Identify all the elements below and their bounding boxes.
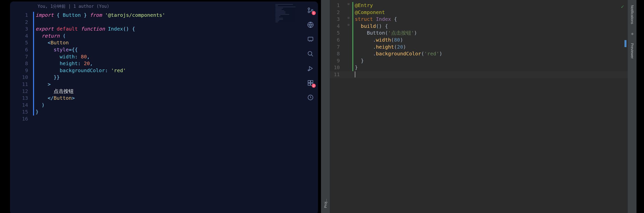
previewer-tab[interactable]: Previewer — [630, 43, 634, 59]
code-line[interactable]: 6 style={{ — [10, 46, 318, 53]
code-line[interactable]: 10 }} — [10, 74, 318, 81]
git-change-indicator — [352, 23, 353, 30]
code-line[interactable]: 5 Button('点击按钮') — [330, 30, 628, 37]
code-line[interactable]: 8 height: 20, — [10, 60, 318, 67]
code-line[interactable]: 15} — [10, 109, 318, 116]
code-line[interactable]: 3export default function Index() { — [10, 26, 318, 33]
debug-icon[interactable] — [307, 65, 314, 72]
extensions-badge: 2 — [312, 84, 316, 88]
notifications-tab[interactable]: Notifications — [630, 5, 634, 24]
line-content[interactable]: width: 80, — [36, 53, 318, 60]
svg-rect-8 — [308, 80, 310, 83]
line-content[interactable]: </Button> — [36, 95, 318, 102]
line-number: 7 — [330, 44, 345, 51]
line-content[interactable]: @Component — [355, 9, 628, 16]
minimap[interactable] — [275, 4, 300, 49]
scrollbar-marker[interactable] — [624, 40, 626, 47]
git-change-indicator — [33, 81, 34, 88]
line-content[interactable]: 点击按钮 — [36, 88, 318, 95]
git-change-indicator — [352, 71, 353, 78]
timeline-icon[interactable] — [307, 94, 314, 101]
code-line[interactable]: 12 点击按钮 — [10, 88, 318, 95]
code-line[interactable]: 14 ) — [10, 102, 318, 109]
git-change-indicator — [352, 37, 353, 44]
line-content[interactable]: struct Index { — [355, 16, 628, 23]
line-number: 9 — [10, 67, 33, 74]
code-line[interactable]: 13 </Button> — [10, 95, 318, 102]
code-line[interactable]: 16 — [10, 116, 318, 123]
activity-bar: 1 2 — [303, 4, 318, 101]
line-content[interactable]: } — [36, 109, 318, 116]
code-line[interactable]: 7 .height(20) — [330, 44, 628, 51]
git-change-indicator — [33, 26, 34, 33]
line-content[interactable]: build() { — [355, 23, 628, 30]
line-number: 7 — [10, 53, 33, 60]
code-line[interactable]: 2@Component — [330, 9, 628, 16]
line-content[interactable]: @Entry — [355, 2, 628, 9]
git-change-indicator — [352, 64, 353, 71]
svg-point-7 — [308, 70, 309, 71]
source-control-icon[interactable]: 1 — [307, 7, 314, 14]
code-line[interactable]: 11 > — [10, 81, 318, 88]
line-content[interactable]: .height(20) — [355, 44, 628, 51]
code-line[interactable]: 8 .backgroundColor('red') — [330, 50, 628, 57]
remote-explorer-icon[interactable] — [307, 21, 314, 29]
code-line[interactable]: 10} — [330, 64, 628, 71]
line-content[interactable] — [355, 71, 628, 78]
git-change-indicator — [33, 109, 34, 116]
line-content[interactable]: .backgroundColor('red') — [355, 50, 628, 57]
svg-rect-9 — [311, 80, 313, 83]
line-number: 15 — [10, 109, 33, 116]
line-content[interactable]: }} — [36, 74, 318, 81]
code-line[interactable]: 5 <Button — [10, 39, 318, 46]
extensions-icon[interactable]: 2 — [307, 79, 314, 87]
code-line[interactable]: 11 — [330, 71, 628, 78]
git-change-indicator — [33, 60, 34, 67]
git-change-indicator — [33, 12, 34, 19]
git-change-indicator — [352, 16, 353, 23]
code-line[interactable]: 6 .width(80) — [330, 37, 628, 44]
line-number: 10 — [330, 64, 345, 71]
left-code-area[interactable]: 1import { Button } from '@tarojs/compone… — [10, 10, 318, 123]
line-content[interactable]: } — [355, 57, 628, 64]
code-line[interactable]: 4 return ( — [10, 33, 318, 40]
fold-gutter[interactable]: ⊟ — [345, 2, 352, 6]
line-content[interactable]: backgroundColor: 'red' — [36, 67, 318, 74]
code-line[interactable]: 7 width: 80, — [10, 53, 318, 60]
line-content[interactable]: Button('点击按钮') — [355, 30, 628, 37]
code-line[interactable]: 1⊟@Entry — [330, 2, 628, 9]
line-content[interactable]: height: 20, — [36, 60, 318, 67]
git-change-indicator — [352, 50, 353, 57]
line-number: 8 — [330, 50, 345, 57]
git-change-indicator — [352, 30, 353, 37]
project-tool-window-tab[interactable]: Proj... — [321, 0, 330, 213]
code-line[interactable]: 9 backgroundColor: 'red' — [10, 67, 318, 74]
source-control-badge: 1 — [312, 11, 316, 15]
fold-gutter[interactable]: ⊟ — [345, 16, 352, 20]
svg-point-1 — [308, 11, 310, 13]
line-content[interactable]: ) — [36, 102, 318, 109]
code-line[interactable]: 4⊟ build() { — [330, 23, 628, 30]
inspection-ok-icon[interactable]: ✓ — [621, 4, 624, 10]
code-line[interactable]: 2 — [10, 19, 318, 26]
line-number: 1 — [10, 12, 33, 19]
line-number: 14 — [10, 102, 33, 109]
chat-icon[interactable] — [307, 36, 314, 43]
svg-marker-6 — [309, 66, 312, 70]
line-content[interactable]: } — [355, 64, 628, 71]
code-line[interactable]: 9 } — [330, 57, 628, 64]
git-change-indicator — [33, 33, 34, 40]
git-change-indicator — [33, 74, 34, 81]
line-number: 13 — [10, 95, 33, 102]
git-change-indicator — [33, 67, 34, 74]
line-number: 12 — [10, 88, 33, 95]
fold-gutter[interactable]: ⊟ — [345, 23, 352, 27]
line-number: 2 — [330, 9, 345, 16]
code-line[interactable]: 1import { Button } from '@tarojs/compone… — [10, 12, 318, 19]
line-content[interactable]: .width(80) — [355, 37, 628, 44]
line-content[interactable]: > — [36, 81, 318, 88]
svg-point-5 — [308, 51, 312, 55]
search-icon[interactable] — [307, 50, 314, 58]
code-line[interactable]: 3⊟struct Index { — [330, 16, 628, 23]
right-code-area[interactable]: 1⊟@Entry2@Component3⊟struct Index {4⊟ bu… — [330, 0, 628, 78]
